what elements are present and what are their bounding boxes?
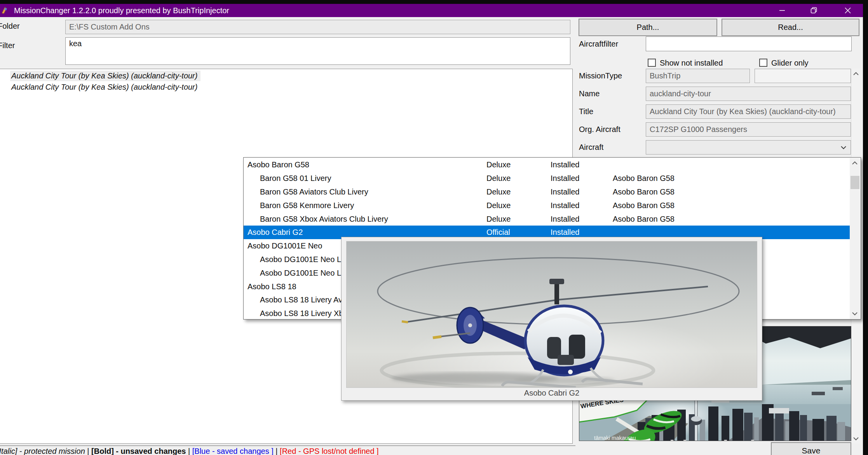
aircraft-name: Asobo LS8 18 (248, 282, 296, 291)
statusbar-legend: [Italic] - protected mission | [Bold] - … (0, 447, 580, 455)
statusbar-segment: | (186, 447, 192, 455)
name-field[interactable]: auckland-city-tour (646, 87, 851, 101)
aircraft-status: Installed (551, 228, 580, 237)
minimize-button[interactable] (769, 4, 796, 17)
aircraft-variant: Official (486, 228, 510, 237)
aircraft-name: Asobo Cabri G2 (248, 228, 303, 237)
save-button[interactable]: Save (771, 442, 851, 455)
title-label: Title (579, 107, 593, 116)
aircraft-dropdown-row[interactable]: Baron G58 Kenmore LiveryDeluxeInstalledA… (244, 198, 850, 212)
aircraft-variant: Deluxe (486, 174, 511, 183)
aircraft-dropdown-row[interactable]: Baron G58 Xbox Aviators Club LiveryDelux… (244, 212, 850, 226)
aircraft-variant: Deluxe (486, 160, 511, 169)
close-icon (844, 7, 851, 14)
aircraft-status: Installed (551, 160, 580, 169)
aircraft-variant: Deluxe (486, 201, 511, 210)
missiontype-field[interactable]: BushTrip (646, 69, 750, 83)
path-button[interactable]: Path... (579, 19, 717, 36)
title-field[interactable]: Auckland City Tour (by Kea Skies) (auckl… (646, 104, 851, 119)
aircraft-status: Installed (551, 201, 580, 210)
aircraft-name: Asobo DG1001E Neo (248, 241, 322, 250)
aircraft-parent: Asobo Baron G58 (613, 187, 675, 196)
org-aircraft-label: Org. Aircraft (579, 125, 620, 134)
aircraft-status: Installed (551, 214, 580, 223)
aircraft-tooltip-caption: Asobo Cabri G2 (342, 389, 762, 398)
aircraftfilter-input[interactable] (646, 36, 852, 51)
scroll-down-icon[interactable] (852, 312, 858, 316)
aircraft-combobox[interactable] (646, 140, 851, 155)
aircraft-name: Asobo Baron G58 (248, 160, 309, 169)
aircraft-dropdown-row[interactable]: Asobo Baron G58DeluxeInstalled (244, 158, 850, 172)
scroll-down-icon[interactable] (853, 437, 859, 441)
aircraftfilter-label: Aircraftfilter (579, 40, 618, 49)
mission-list-item[interactable]: Auckland City Tour (by Kea Skies) (auckl… (0, 82, 572, 93)
statusbar-segment: | (274, 447, 280, 455)
restore-button[interactable] (800, 4, 828, 17)
show-not-installed-label[interactable]: Show not installed (660, 59, 723, 68)
screen: MissionChanger 1.2.2.0 proudly presented… (0, 0, 868, 455)
missiontype-field-2[interactable] (755, 69, 851, 83)
aircraft-status: Installed (551, 174, 580, 183)
aircraft-name: Baron G58 Xbox Aviators Club Livery (260, 214, 388, 223)
dropdown-scrollbar[interactable] (850, 158, 860, 319)
filter-input[interactable] (65, 37, 570, 65)
aircraft-name: Asobo DG1001E Neo Li (260, 255, 343, 264)
aircraft-preview-tooltip: Asobo Cabri G2 (341, 237, 762, 401)
mission-list-item[interactable]: Auckland City Tour (by Kea Skies) (auckl… (0, 70, 572, 82)
aircraft-parent: Asobo Baron G58 (613, 174, 675, 183)
show-not-installed-checkbox[interactable] (648, 59, 656, 67)
app-icon (1, 6, 9, 15)
aircraft-name: Asobo LS8 18 Livery Xb (260, 309, 343, 318)
statusbar-divider (0, 445, 575, 446)
aircraft-dropdown-row[interactable]: Baron G58 Aviators Club LiveryDeluxeInst… (244, 185, 850, 199)
mission-list-item-label: Auckland City Tour (by Kea Skies) (auckl… (10, 71, 200, 81)
aircraft-photo (346, 241, 757, 388)
aircraft-name: Baron G58 01 Livery (260, 174, 331, 183)
name-label: Name (579, 89, 600, 98)
aircraft-name: Baron G58 Aviators Club Livery (260, 187, 368, 196)
statusbar-segment: [Blue - saved changes ] (192, 447, 274, 455)
svg-text:auckland city: auckland city (630, 436, 778, 441)
aircraft-name: Baron G58 Kenmore Livery (260, 201, 354, 210)
aircraft-label: Aircraft (579, 143, 603, 152)
aircraft-status: Installed (551, 187, 580, 196)
folder-label: Folder (0, 22, 20, 31)
glider-only-label[interactable]: Glider only (771, 59, 809, 68)
aircraft-dropdown-row[interactable]: Baron G58 01 LiveryDeluxeInstalledAsobo … (244, 172, 850, 185)
glider-only-checkbox[interactable] (759, 59, 767, 67)
folder-field[interactable]: E:\FS Custom Add Ons (65, 20, 570, 34)
org-aircraft-field[interactable]: C172SP G1000 Passengers (646, 122, 851, 137)
read-button[interactable]: Read... (722, 19, 859, 36)
aircraft-parent: Asobo Baron G58 (613, 201, 675, 210)
statusbar-segment: [Bold] - unsaved changes (91, 447, 186, 455)
scroll-up-icon[interactable] (852, 161, 858, 165)
aircraft-variant: Deluxe (486, 187, 511, 196)
aircraft-name: Asobo LS8 18 Livery Av (260, 295, 342, 304)
chevron-down-icon (840, 146, 847, 149)
mission-list-item-label: Auckland City Tour (by Kea Skies) (auckl… (11, 83, 197, 92)
window-title: MissionChanger 1.2.2.0 proudly presented… (14, 4, 229, 17)
restore-icon (810, 7, 817, 14)
filter-label: Filter (0, 41, 15, 50)
aircraft-name: Asobo DG1001E Neo Li (260, 268, 343, 277)
statusbar-segment: [Red - GPS lost/not defined ] (280, 447, 379, 455)
titlebar[interactable]: MissionChanger 1.2.2.0 proudly presented… (0, 4, 863, 17)
missiontype-label: MissionType (579, 71, 622, 80)
scroll-up-icon[interactable] (853, 72, 859, 76)
aircraft-parent: Asobo Baron G58 (613, 214, 675, 223)
statusbar-segment: [Italic] - protected mission (0, 447, 85, 455)
statusbar-segment: | (85, 447, 91, 455)
dropdown-scrollbar-thumb[interactable] (851, 176, 859, 189)
minimize-icon (779, 7, 785, 14)
aircraft-variant: Deluxe (486, 214, 511, 223)
close-button[interactable] (832, 4, 863, 17)
